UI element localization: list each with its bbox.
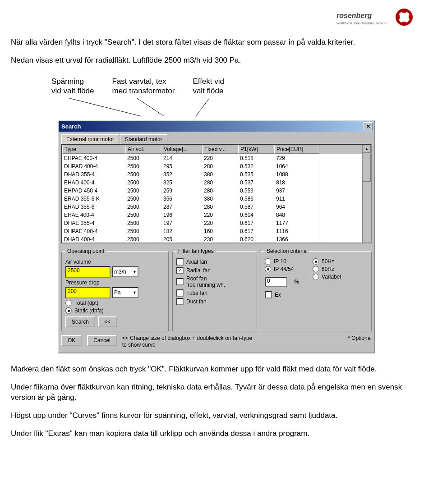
search-button[interactable]: Search <box>65 316 95 327</box>
close-icon[interactable]: ✕ <box>364 122 373 130</box>
dialog-titlebar[interactable]: Search ✕ <box>59 121 374 132</box>
pressure-unit-select[interactable]: Pa▼ <box>112 287 138 298</box>
table-cell: 1366 <box>274 235 319 243</box>
table-row[interactable]: DHAE 355-425001972200.6171177 <box>62 219 362 227</box>
col-p1[interactable]: P1[kW] <box>238 145 274 154</box>
table-cell: 280 <box>202 179 238 187</box>
table-cell: 295 <box>161 162 202 170</box>
table-cell: 197 <box>161 219 202 227</box>
svg-text:Ventilatoren · Energietechnik : Ventilatoren · Energietechnik · Motoren <box>336 22 387 25</box>
radio-50hz[interactable] <box>313 258 319 265</box>
table-cell: 325 <box>161 179 202 187</box>
col-voltage[interactable]: Voltage[... <box>161 145 202 154</box>
brand-text: rosenberg <box>336 12 372 19</box>
check-roof[interactable] <box>176 278 184 285</box>
svg-rect-4 <box>409 15 412 19</box>
radio-total[interactable] <box>65 300 72 306</box>
table-row[interactable]: DHPAE 400-425001821600.6171116 <box>62 227 362 235</box>
scroll-up-icon[interactable]: ▲ <box>363 145 371 153</box>
table-row[interactable]: EHAE 400-425001962200.604848 <box>62 211 362 219</box>
table-row[interactable]: EHPAD 450-425002592800.559937 <box>62 187 362 195</box>
search-dialog: Search ✕ External rotor motor Standard m… <box>58 120 375 353</box>
table-cell: 2500 <box>125 154 161 162</box>
radio-ip44[interactable] <box>265 266 271 272</box>
table-cell: 0.620 <box>238 235 274 243</box>
table-cell: 280 <box>202 187 238 195</box>
brand-logo: rosenberg Ventilatoren · Energietechnik … <box>11 8 422 30</box>
table-cell: 848 <box>274 211 319 219</box>
svg-rect-2 <box>402 22 406 25</box>
svg-line-6 <box>69 98 142 116</box>
cancel-button[interactable]: Cancel <box>87 335 116 346</box>
table-row[interactable]: DHAD 355-425003523800.5351088 <box>62 170 362 179</box>
table-cell: 259 <box>161 187 202 195</box>
grid-scrollbar[interactable]: ▲ <box>362 145 371 243</box>
selection-criteria-group: Selection criteria IP 10 IP 44/54 0 % Ex… <box>261 248 372 331</box>
col-airvol[interactable]: Air vol. <box>125 145 161 154</box>
radio-variabel[interactable] <box>313 274 319 280</box>
table-cell: 818 <box>274 179 319 187</box>
out-text-4: Under flik "Extras" kan man kopiera data… <box>11 429 422 439</box>
scroll-thumb[interactable] <box>363 154 371 182</box>
col-type[interactable]: Type <box>62 145 125 154</box>
check-axial[interactable] <box>176 258 184 266</box>
table-row[interactable]: EHAD 400-425003252800.537818 <box>62 179 362 187</box>
table-cell: 0.537 <box>238 179 274 187</box>
table-cell: 2500 <box>125 211 161 219</box>
tab-standard-motor[interactable]: Standard motor <box>120 134 167 144</box>
table-cell: 220 <box>202 211 238 219</box>
check-ex[interactable] <box>265 291 272 298</box>
table-row[interactable]: EHPAE 400-425002142200.518729 <box>62 154 362 162</box>
radio-static[interactable] <box>65 307 72 314</box>
pressure-input[interactable]: 300 <box>65 287 111 298</box>
table-cell: 380 <box>202 170 238 179</box>
pressure-label: Pressure drop <box>65 279 165 286</box>
table-cell: 280 <box>202 203 238 211</box>
table-row[interactable]: ERAD 355-6 K25003563800.586911 <box>62 195 362 203</box>
col-fixed[interactable]: Fixed v... <box>202 145 238 154</box>
filter-fan-types-group: Filter fan types Axial fan ✓Radial fan R… <box>172 248 257 331</box>
table-cell: EHPAD 450-4 <box>62 187 125 195</box>
check-duct[interactable] <box>176 298 184 305</box>
table-cell: 1177 <box>274 219 319 227</box>
back-button[interactable]: << <box>98 316 117 327</box>
table-cell: 220 <box>202 219 238 227</box>
check-radial[interactable]: ✓ <box>176 267 184 274</box>
airvol-unit-select[interactable]: m3/h▼ <box>112 266 138 277</box>
check-tube[interactable] <box>176 289 184 297</box>
col-price[interactable]: Price[EUR] <box>274 145 319 154</box>
table-cell: 205 <box>161 235 202 243</box>
results-grid: Type Air vol. Voltage[... Fixed v... P1[… <box>61 144 372 243</box>
table-cell: 1088 <box>274 170 319 179</box>
table-cell: 160 <box>202 227 238 235</box>
radio-ip10[interactable] <box>265 258 271 265</box>
table-cell: 2500 <box>125 227 161 235</box>
tab-external-rotor[interactable]: External rotor motor <box>61 134 119 144</box>
dialog-title: Search <box>61 123 81 130</box>
intro-text-2: Nedan visas ett urval för radialfläkt. L… <box>11 55 422 66</box>
airvol-input[interactable]: 2500 <box>65 266 111 278</box>
ok-button[interactable]: OK <box>61 335 82 346</box>
table-row[interactable]: DHAD 400-425002052300.6201366 <box>62 235 362 243</box>
table-cell: ERAD 355-6 K <box>62 195 125 203</box>
table-cell: 230 <box>202 235 238 243</box>
table-row[interactable]: DHPAD 400-425002952800.5321064 <box>62 162 362 170</box>
out-text-1: Markera den fläkt som önskas och tryck "… <box>11 364 422 375</box>
table-cell: 2500 <box>125 195 161 203</box>
table-cell: 937 <box>274 187 319 195</box>
table-row[interactable]: ERAD 355-625002872800.587964 <box>62 203 362 211</box>
table-cell: 1064 <box>274 162 319 170</box>
chevron-down-icon: ▼ <box>133 270 137 274</box>
percent-input[interactable]: 0 <box>265 277 287 287</box>
svg-line-7 <box>137 98 164 116</box>
table-cell: 356 <box>161 195 202 203</box>
table-cell: 0.617 <box>238 219 274 227</box>
table-cell: DHAE 355-4 <box>62 219 125 227</box>
table-cell: 214 <box>161 154 202 162</box>
radio-60hz[interactable] <box>313 266 319 272</box>
table-cell: DHPAE 400-4 <box>62 227 125 235</box>
table-cell: 287 <box>161 203 202 211</box>
svg-line-8 <box>196 98 209 116</box>
table-cell: DHAD 355-4 <box>62 170 125 179</box>
table-cell: 0.535 <box>238 170 274 179</box>
